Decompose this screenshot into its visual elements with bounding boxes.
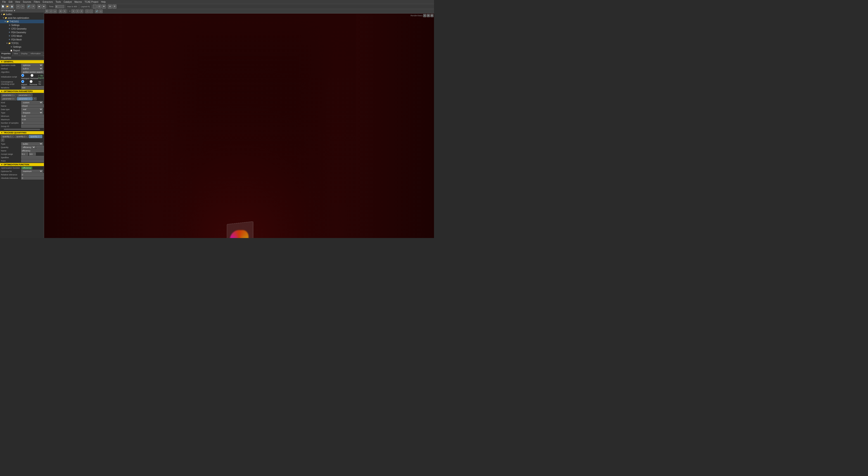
algorithm-select[interactable]: golden section search bbox=[21, 70, 44, 73]
param-tab-4[interactable]: parameter 4 × bbox=[17, 97, 33, 100]
qty-tab-1-close[interactable]: × bbox=[12, 136, 13, 138]
vt-select-btn[interactable]: ↗ bbox=[49, 9, 53, 13]
maximum-input[interactable] bbox=[21, 118, 44, 121]
type-select[interactable]: linspace bbox=[21, 111, 43, 114]
conv-remove-radio[interactable] bbox=[30, 80, 33, 83]
accept-min-input[interactable] bbox=[21, 152, 28, 156]
vp-close-btn[interactable]: ✕ bbox=[423, 14, 426, 17]
extract-btn[interactable]: ⊞ bbox=[108, 4, 112, 9]
new-btn[interactable]: 📄 bbox=[1, 4, 5, 9]
menu-filters[interactable]: Filters bbox=[33, 1, 41, 3]
menu-tcae[interactable]: TCAE Project bbox=[83, 1, 100, 3]
spedline-input[interactable] bbox=[21, 156, 44, 159]
vt-cam-link[interactable]: 🔗 bbox=[95, 9, 99, 13]
settings-btn[interactable]: ⚙ bbox=[113, 4, 117, 9]
tab-properties[interactable]: Properties bbox=[0, 52, 12, 56]
qty-name-input[interactable] bbox=[21, 149, 44, 152]
opt-func-header[interactable]: ▼ OPTIMIZATION FUNCTION bbox=[0, 163, 44, 166]
vt-z-axis[interactable]: Z bbox=[80, 9, 83, 13]
menu-file[interactable]: File bbox=[1, 1, 7, 3]
rel-tol-input[interactable] bbox=[21, 173, 44, 176]
connect-btn[interactable]: 🔗 bbox=[27, 4, 31, 9]
name-input[interactable] bbox=[21, 104, 44, 107]
save-btn[interactable]: 💾 bbox=[10, 4, 14, 9]
tab-view[interactable]: View bbox=[12, 52, 20, 56]
vt-y-axis[interactable]: Y bbox=[75, 9, 79, 13]
undo-btn[interactable]: ↩ bbox=[16, 4, 20, 9]
time-input[interactable] bbox=[55, 5, 64, 8]
tab-display[interactable]: Display bbox=[20, 52, 29, 56]
accept-max-input[interactable] bbox=[29, 152, 36, 156]
reimport-radio[interactable] bbox=[21, 74, 24, 77]
conv-import-radio[interactable] bbox=[21, 80, 24, 83]
menu-macros[interactable]: Macros bbox=[73, 1, 83, 3]
menu-tools[interactable]: Tools bbox=[54, 1, 62, 3]
remove-radio[interactable] bbox=[31, 74, 33, 77]
vt-eye-btn[interactable]: 👁 bbox=[45, 9, 49, 13]
menu-catalyst[interactable]: Catalyst bbox=[62, 1, 73, 3]
vt-box-btn[interactable]: ▭ bbox=[53, 9, 57, 13]
param-tab-3[interactable]: parameter 3 × bbox=[1, 97, 17, 100]
tracked-qty-header[interactable]: ▼ TRACKED QUANTITIES bbox=[0, 131, 44, 134]
tree-item-settings1[interactable]: ⚙ Settings bbox=[0, 23, 44, 27]
redo-btn[interactable]: ↪ bbox=[21, 4, 25, 9]
play-btn[interactable]: ▶ bbox=[37, 4, 41, 9]
vt-minus-btn[interactable]: − bbox=[89, 9, 93, 13]
qty-tab-3[interactable]: quantity 3 × bbox=[29, 135, 42, 138]
opt-params-header[interactable]: ▼ OPTIMIZATION PARAMETERS bbox=[0, 90, 44, 93]
menu-help[interactable]: Help bbox=[100, 1, 107, 3]
cam-btn[interactable]: 🎥 bbox=[93, 4, 97, 9]
stop-btn[interactable]: ■ bbox=[42, 4, 46, 9]
open-btn[interactable]: 📂 bbox=[5, 4, 9, 9]
qty-tab-add[interactable]: + bbox=[1, 139, 4, 142]
qty-tab-2[interactable]: quantity 2 × bbox=[15, 135, 29, 138]
disconnect-btn[interactable]: ✕ bbox=[31, 4, 35, 9]
tab-information[interactable]: Information bbox=[29, 52, 42, 56]
vt-rotate[interactable]: ↻ bbox=[63, 9, 66, 13]
qty-tab-1[interactable]: quantity 1 × bbox=[1, 135, 14, 138]
groupid-input[interactable] bbox=[21, 125, 44, 128]
menu-view[interactable]: View bbox=[14, 1, 22, 3]
general-section-header[interactable]: ▼ GENERAL bbox=[0, 60, 44, 63]
viewport[interactable]: Z X Y RenderView1 ✕ ⊟ ⊞ bbox=[44, 13, 434, 238]
kind-select[interactable]: custom bbox=[21, 101, 43, 104]
vt-reset-cam[interactable]: ⊡ bbox=[59, 9, 62, 13]
point-input[interactable] bbox=[21, 159, 44, 162]
op-mode-select[interactable]: optimize bbox=[21, 64, 43, 67]
param-tab-3-close[interactable]: × bbox=[14, 98, 15, 100]
tree-item-builtin[interactable]: ▼ 📁 builtin: bbox=[0, 12, 44, 16]
tree-item-settings2[interactable]: ⚙ Settings bbox=[0, 45, 44, 48]
tree-item-tcfd1[interactable]: ▼ 📁 TCFD1 bbox=[0, 41, 44, 45]
qty-tab-3-close[interactable]: × bbox=[39, 136, 41, 138]
tree-item-cfd-mesh[interactable]: 👁 CFD Mesh bbox=[0, 34, 44, 38]
param-tab-4-close[interactable]: × bbox=[30, 98, 31, 100]
tree-item-fea-geo[interactable]: 👁 FEA Geometry bbox=[0, 31, 44, 34]
tree-item-report1[interactable]: 📋 Report bbox=[0, 48, 44, 52]
tree-item-axial[interactable]: ▼ 📁 axial-fan-optimization bbox=[0, 16, 44, 20]
menu-extractors[interactable]: Extractors bbox=[41, 1, 54, 3]
vp-split-v-btn[interactable]: ⊞ bbox=[430, 14, 434, 17]
param-tab-1-close[interactable]: × bbox=[14, 94, 15, 96]
quantity-extra[interactable] bbox=[36, 146, 44, 149]
tree-item-thesis[interactable]: ▼ 📁 THESIS1 bbox=[0, 20, 44, 23]
select-btn[interactable]: ✚ bbox=[102, 4, 106, 9]
num-samples-input[interactable] bbox=[21, 122, 44, 124]
tree-item-fea-mesh[interactable]: 👁 FEA Mesh bbox=[0, 38, 44, 41]
iterations-input[interactable] bbox=[21, 86, 44, 89]
tab-multiblock[interactable]: Multi-block Inspector bbox=[42, 52, 44, 56]
minimum-input[interactable] bbox=[21, 114, 44, 117]
quantity-select[interactable]: efficiency bbox=[21, 146, 36, 149]
slider-track[interactable] bbox=[4, 129, 40, 130]
datatype-select[interactable]: real bbox=[21, 108, 43, 111]
param-tab-2[interactable]: parameter 2 × bbox=[17, 94, 33, 97]
method-select[interactable]: built-in bbox=[21, 67, 43, 70]
vt-plus-btn[interactable]: + bbox=[85, 9, 89, 13]
optimize-for-select[interactable]: maximum bbox=[21, 170, 43, 173]
menu-sources[interactable]: Sources bbox=[22, 1, 33, 3]
qty-tab-2-close[interactable]: × bbox=[26, 136, 27, 138]
param-tab-1[interactable]: parameter 1 × bbox=[1, 94, 17, 97]
tree-item-cfd-geo[interactable]: 👁 CFD Geometry bbox=[0, 27, 44, 31]
reset-btn[interactable]: ⊡ bbox=[97, 4, 101, 9]
param-tab-2-close[interactable]: × bbox=[30, 94, 31, 96]
menu-edit[interactable]: Edit bbox=[7, 1, 14, 3]
